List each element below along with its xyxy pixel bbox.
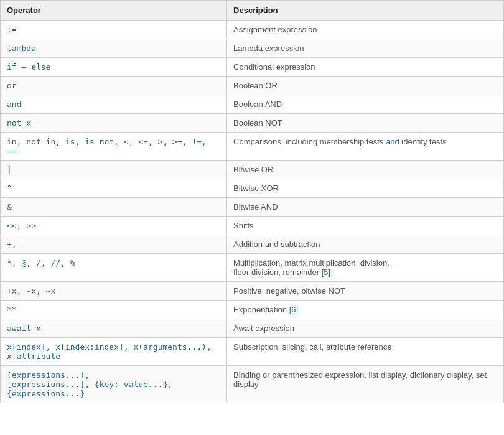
operator-value: +, - (7, 240, 26, 249)
operator-cell: in, not in, is, is not, <, <=, >, >=, !=… (1, 133, 227, 161)
operator-cell: await x (1, 319, 227, 338)
table-row: andBoolean AND (1, 95, 504, 114)
operator-value: lambda (7, 44, 36, 53)
description-text: Comparisons, including membership tests (233, 137, 386, 146)
description-text: Binding or parenthesized expression, lis… (233, 370, 487, 389)
table-row: +x, -x, ~xPositive, negative, bitwise NO… (1, 282, 504, 301)
description-cell: Binding or parenthesized expression, lis… (227, 366, 504, 403)
table-row: <<, >>Shifts (1, 217, 504, 235)
description-text: floor division, remainder (233, 268, 322, 277)
description-cell: Bitwise OR (227, 161, 504, 179)
operator-cell: *, @, /, //, % (1, 254, 227, 282)
operator-cell: := (1, 21, 227, 39)
operator-value: await x (7, 324, 41, 333)
description-cell: Comparisons, including membership tests … (227, 133, 504, 161)
operator-value: +x, -x, ~x (7, 286, 55, 296)
description-text: Boolean NOT (233, 118, 282, 128)
operator-value: x[index], x[index:index], x(arguments...… (7, 342, 212, 352)
operator-value: and (7, 100, 21, 109)
description-text: identity tests (399, 137, 447, 146)
operator-value: ** (7, 305, 17, 314)
table-row: &Bitwise AND (1, 198, 504, 217)
operator-cell: lambda (1, 39, 227, 58)
description-text: Bitwise AND (233, 202, 278, 212)
description-text: Bitwise XOR (233, 184, 279, 193)
description-text: Shifts (233, 221, 254, 230)
operator-cell: (expressions...),[expressions...], {key:… (1, 366, 227, 403)
table-row: if – elseConditional expression (1, 58, 504, 77)
description-text: attribute reference (326, 342, 392, 352)
description-cell: Exponentiation [6] (227, 301, 504, 319)
operator-value: x.attribute (7, 352, 60, 361)
operators-table: Operator Description :=Assignment expres… (0, 0, 504, 403)
table-row: lambdaLambda expression (1, 39, 504, 58)
description-text: Subscription, slicing, call, (233, 342, 326, 352)
operator-value: (expressions...), (7, 370, 90, 380)
description-text: Positive, negative, bitwise NOT (233, 286, 345, 296)
table-row: x[index], x[index:index], x(arguments...… (1, 338, 504, 366)
description-cell: Bitwise AND (227, 198, 504, 217)
operator-cell: +x, -x, ~x (1, 282, 227, 301)
description-cell: Shifts (227, 217, 504, 235)
operator-cell: +, - (1, 235, 227, 254)
description-text: Bitwise OR (233, 165, 273, 174)
description-link[interactable]: [6] (289, 305, 298, 314)
operator-value: := (7, 25, 17, 34)
operator-value: <<, >> (7, 221, 36, 230)
operator-cell: | (1, 161, 227, 179)
description-cell: Multiplication, matrix multiplication, d… (227, 254, 504, 282)
description-cell: Boolean NOT (227, 114, 504, 133)
operator-value: if – else (7, 62, 50, 72)
table-row: :=Assignment expression (1, 21, 504, 39)
table-row: +, -Addition and subtraction (1, 235, 504, 254)
operator-cell: & (1, 198, 227, 217)
table-row: ^Bitwise XOR (1, 179, 504, 198)
operator-value: in, not in, is, is not, <, <=, >, >=, !=… (7, 137, 207, 156)
description-text: Exponentiation (233, 305, 289, 314)
description-text: Assignment expression (233, 25, 317, 34)
operator-header: Operator (1, 1, 227, 21)
operator-cell: if – else (1, 58, 227, 77)
table-row: **Exponentiation [6] (1, 301, 504, 319)
operator-cell: ^ (1, 179, 227, 198)
description-text: Addition and subtraction (233, 240, 320, 249)
operator-cell: not x (1, 114, 227, 133)
description-text: Await expression (233, 324, 294, 333)
operator-cell: x[index], x[index:index], x(arguments...… (1, 338, 227, 366)
table-row: await xAwait expression (1, 319, 504, 338)
description-cell: Positive, negative, bitwise NOT (227, 282, 504, 301)
operator-value: ^ (7, 184, 12, 193)
description-cell: Addition and subtraction (227, 235, 504, 254)
operator-value: [expressions...], {key: value...}, {expr… (7, 380, 172, 398)
description-cell: Boolean OR (227, 77, 504, 95)
operator-value: | (7, 165, 12, 174)
description-cell: Boolean AND (227, 95, 504, 114)
description-link[interactable]: [5] (322, 268, 330, 277)
table-row: (expressions...),[expressions...], {key:… (1, 366, 504, 403)
table-row: not xBoolean NOT (1, 114, 504, 133)
description-cell: Await expression (227, 319, 504, 338)
operator-value: & (7, 202, 12, 212)
description-link[interactable]: and (386, 137, 399, 146)
description-cell: Conditional expression (227, 58, 504, 77)
description-cell: Lambda expression (227, 39, 504, 58)
operator-value: or (7, 81, 17, 90)
operator-cell: or (1, 77, 227, 95)
description-cell: Bitwise XOR (227, 179, 504, 198)
description-text: Lambda expression (233, 44, 304, 53)
description-text: Multiplication, matrix multiplication, d… (233, 258, 390, 268)
description-text: Conditional expression (233, 62, 315, 72)
description-cell: Assignment expression (227, 21, 504, 39)
table-row: in, not in, is, is not, <, <=, >, >=, !=… (1, 133, 504, 161)
table-row: |Bitwise OR (1, 161, 504, 179)
table-row: *, @, /, //, %Multiplication, matrix mul… (1, 254, 504, 282)
operator-value: *, @, /, //, % (7, 258, 75, 268)
operator-value: not x (7, 118, 31, 128)
description-text: Boolean AND (233, 100, 282, 109)
description-header: Description (227, 1, 504, 21)
operator-cell: ** (1, 301, 227, 319)
operator-cell: and (1, 95, 227, 114)
description-cell: Subscription, slicing, call, attribute r… (227, 338, 504, 366)
operator-cell: <<, >> (1, 217, 227, 235)
description-text: Boolean OR (233, 81, 278, 90)
